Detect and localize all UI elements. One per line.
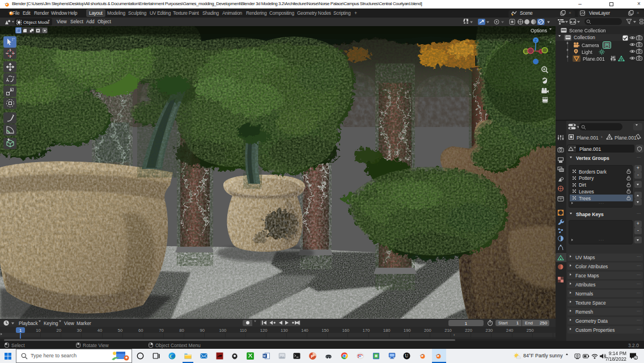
svg-text:U: U <box>405 353 408 358</box>
svg-text:P: P <box>311 354 314 359</box>
svg-text:Y: Y <box>525 49 528 53</box>
svg-text:2: 2 <box>635 356 637 360</box>
svg-text:Z: Z <box>535 39 537 43</box>
